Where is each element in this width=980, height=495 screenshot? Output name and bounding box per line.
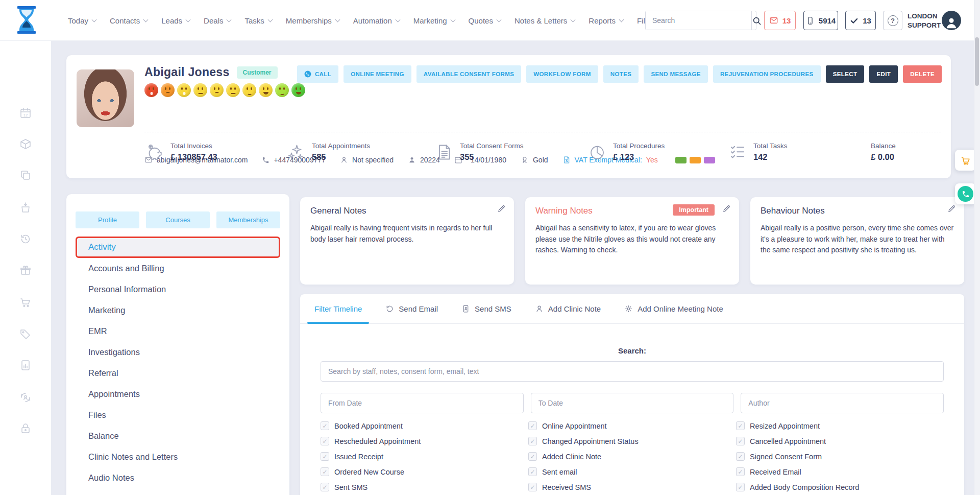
checkbox-checked[interactable]: [528, 437, 537, 445]
report-icon[interactable]: [19, 359, 32, 371]
filter-resized-appointment[interactable]: Resized Appointment: [736, 421, 944, 430]
lock-icon[interactable]: [19, 422, 32, 435]
tab-profile[interactable]: Profile: [76, 211, 139, 228]
floating-cart-button[interactable]: [955, 150, 976, 171]
tab-add-online-meeting-note[interactable]: Add Online Meeting Note: [624, 294, 723, 323]
filter-online-appointment[interactable]: Online Appointment: [528, 421, 736, 430]
call-button[interactable]: CALL: [297, 65, 338, 83]
menu-item-marketing[interactable]: Marketing: [76, 300, 280, 321]
send-message-button[interactable]: SEND MESSAGE: [644, 65, 707, 83]
filter-cancelled-appointment[interactable]: Cancelled Appointment: [736, 437, 944, 445]
menu-item-emr[interactable]: EMR: [76, 321, 280, 342]
menu-item-activity-selected[interactable]: Activity: [76, 237, 280, 258]
calendar-icon[interactable]: 12: [19, 107, 32, 119]
menu-item-drinks[interactable]: Drinks: [76, 488, 280, 495]
select-button[interactable]: SELECT: [826, 65, 865, 83]
tab-add-clinic-note[interactable]: Add Clinic Note: [535, 294, 601, 323]
client-photo[interactable]: [77, 69, 134, 127]
tag-chip-orange[interactable]: [690, 157, 701, 163]
checkbox-checked[interactable]: [321, 467, 329, 476]
nav-leads[interactable]: Leads: [161, 16, 190, 25]
filter-added-body-composition-record[interactable]: Added Body Composition Record: [736, 483, 944, 491]
tag-chip-purple[interactable]: [704, 157, 715, 163]
satisfaction-emoji-2[interactable]: [161, 83, 175, 97]
nav-deals[interactable]: Deals: [204, 16, 231, 25]
checkbox-checked[interactable]: [736, 452, 745, 461]
satisfaction-emoji-10[interactable]: [291, 83, 305, 97]
from-date-input[interactable]: [321, 393, 524, 413]
satisfaction-emoji-1[interactable]: [144, 83, 158, 97]
global-search-input[interactable]: [646, 11, 751, 30]
tab-filter-timeline[interactable]: Filter Timeline: [314, 294, 362, 323]
package-icon[interactable]: [19, 138, 32, 150]
nav-tasks[interactable]: Tasks: [244, 16, 272, 25]
nav-automation[interactable]: Automation: [353, 16, 400, 25]
satisfaction-emoji-3[interactable]: [177, 83, 191, 97]
satisfaction-emoji-5[interactable]: [210, 83, 224, 97]
checkbox-checked[interactable]: [321, 421, 329, 430]
workflow-form-button[interactable]: WORKFLOW FORM: [526, 65, 598, 83]
help-button[interactable]: ?: [883, 11, 902, 30]
checkbox-checked[interactable]: [736, 437, 745, 445]
search-icon[interactable]: [751, 11, 762, 30]
tab-memberships[interactable]: Memberships: [216, 211, 280, 228]
checkbox-checked[interactable]: [321, 483, 329, 491]
available-consent-forms-button[interactable]: AVAILABLE CONSENT FORMS: [416, 65, 521, 83]
client-sync-icon[interactable]: [19, 391, 32, 404]
checkbox-checked[interactable]: [321, 437, 329, 445]
basket-icon[interactable]: [19, 202, 32, 214]
menu-item-files[interactable]: Files: [76, 405, 280, 426]
nav-quotes[interactable]: Quotes: [469, 16, 501, 25]
scrollbar-thumb[interactable]: [975, 37, 979, 86]
checkbox-checked[interactable]: [528, 452, 537, 461]
satisfaction-emoji-4[interactable]: [193, 83, 207, 97]
edit-pencil-icon[interactable]: [722, 204, 731, 213]
tab-send-email[interactable]: Send Email: [385, 294, 438, 323]
nav-today[interactable]: Today: [68, 16, 96, 25]
filter-added-clinic-note[interactable]: Added Clinic Note: [528, 452, 736, 461]
checkbox-checked[interactable]: [736, 467, 745, 476]
satisfaction-emoji-9[interactable]: [275, 83, 289, 97]
satisfaction-emoji-6[interactable]: [226, 83, 240, 97]
cart-icon[interactable]: [19, 296, 32, 309]
to-date-input[interactable]: [531, 393, 734, 413]
checkbox-checked[interactable]: [736, 421, 745, 430]
filter-received-email[interactable]: Received Email: [736, 467, 944, 476]
checkbox-checked[interactable]: [528, 421, 537, 430]
menu-item-accounts-and-billing[interactable]: Accounts and Billing: [76, 258, 280, 279]
notes-button[interactable]: NOTES: [603, 65, 639, 83]
rejuvenation-procedures-button[interactable]: REJUVENATION PROCEDURES: [713, 65, 821, 83]
filter-received-sms[interactable]: Received SMS: [528, 483, 736, 491]
edit-button[interactable]: EDIT: [869, 65, 898, 83]
filter-signed-consent-form[interactable]: Signed Consent Form: [736, 452, 944, 461]
nav-contacts[interactable]: Contacts: [110, 16, 148, 25]
menu-item-referral[interactable]: Referral: [76, 363, 280, 384]
online-meeting-button[interactable]: ONLINE MEETING: [344, 65, 411, 83]
floating-call-button[interactable]: [955, 183, 976, 204]
filter-rescheduled-appointment[interactable]: Rescheduled Appointment: [321, 437, 528, 445]
tasks-button[interactable]: 13: [845, 11, 876, 30]
app-logo-hourglass-icon[interactable]: [14, 6, 39, 34]
filter-ordered-new-course[interactable]: Ordered New Course: [321, 467, 528, 476]
copy-icon[interactable]: [19, 169, 32, 181]
user-avatar[interactable]: [942, 11, 961, 30]
tab-courses[interactable]: Courses: [146, 211, 210, 228]
sms-button[interactable]: 5914: [803, 11, 838, 30]
tag-chip-green[interactable]: [675, 157, 687, 163]
nav-notes-letters[interactable]: Notes & Letters: [514, 16, 575, 25]
filter-sent-email[interactable]: Sent email: [528, 467, 736, 476]
checkbox-checked[interactable]: [736, 483, 745, 491]
menu-item-personal-information[interactable]: Personal Information: [76, 279, 280, 300]
delete-button[interactable]: DELETE: [903, 65, 942, 83]
edit-pencil-icon[interactable]: [947, 204, 956, 213]
nav-marketing[interactable]: Marketing: [413, 16, 455, 25]
menu-item-investigations[interactable]: Investigations: [76, 342, 280, 363]
gift-icon[interactable]: [19, 264, 32, 276]
menu-item-clinic-notes-and-letters[interactable]: Clinic Notes and Letters: [76, 446, 280, 467]
price-tag-icon[interactable]: [19, 328, 32, 340]
nav-reports[interactable]: Reports: [589, 16, 623, 25]
nav-memberships[interactable]: Memberships: [286, 16, 339, 25]
checkbox-checked[interactable]: [528, 467, 537, 476]
edit-pencil-icon[interactable]: [497, 204, 506, 213]
checkbox-checked[interactable]: [528, 483, 537, 491]
